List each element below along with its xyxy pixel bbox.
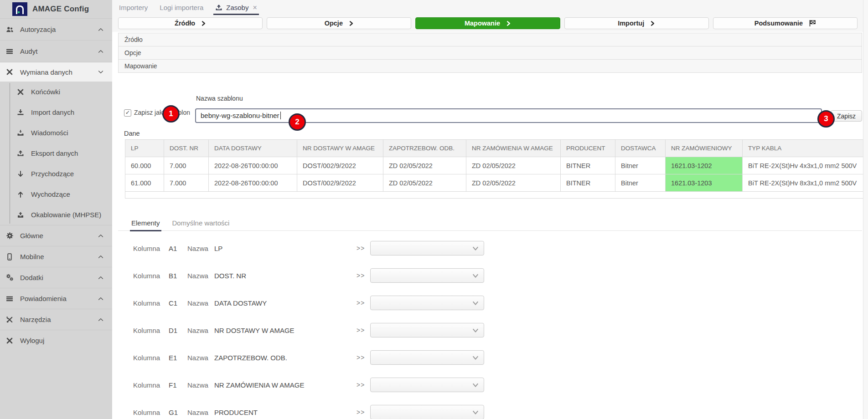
sidebar-submenu: Końcówki Import danych Wiadomości Ekspor…	[0, 82, 112, 225]
column-header: LP	[125, 140, 164, 157]
sidebar-item-label: Audyt	[20, 47, 37, 55]
mapping-tab-domyślne-wartości[interactable]: Domyślne wartości	[172, 219, 230, 231]
accordion-section-źródło[interactable]: Źródło	[118, 33, 862, 46]
sidebar: AMAGE Config Autoryzacja Audyt Wymiana d…	[0, 0, 112, 419]
wizard-step-opcje[interactable]: Opcje	[267, 17, 411, 29]
tab-importery[interactable]: Importery	[113, 0, 154, 15]
accordion-section-opcje[interactable]: Opcje	[118, 46, 862, 60]
sidebar-item-label: Przychodzące	[31, 170, 74, 178]
sidebar-item-przychodzące[interactable]: Przychodzące	[0, 164, 112, 184]
sidebar-item-label: Wymiana danych	[20, 68, 72, 76]
sidebar-item-okablowanie-mhpse[interactable]: Okablowanie (MHPSE)	[0, 204, 112, 225]
column-letter: E1	[169, 354, 187, 362]
annotation-badge-1: 1	[162, 105, 180, 123]
chevron-down-icon	[98, 69, 104, 75]
gears-icon	[6, 274, 16, 281]
column-mapping-list: Kolumna A1 Nazwa LP >> Kolumna B1 Nazwa …	[118, 240, 862, 419]
mapping-row-f1: Kolumna F1 Nazwa NR ZAMÓWIENIA W AMAGE >…	[118, 377, 862, 393]
tab-label: Zasoby	[226, 4, 248, 11]
sidebar-item-główne[interactable]: Główne	[0, 225, 112, 246]
name-label: Nazwa	[187, 245, 214, 252]
target-field-select[interactable]	[370, 323, 484, 337]
target-field-select[interactable]	[370, 241, 484, 255]
column-letter: F1	[169, 381, 187, 389]
chevron-up-icon	[98, 233, 104, 239]
table-cell: BITNER	[561, 157, 615, 174]
annotation-badge-2: 2	[289, 113, 306, 131]
template-name-label: Nazwa szablonu	[196, 95, 243, 102]
vertical-scrollbar[interactable]	[863, 0, 868, 419]
sidebar-item-wychodzące[interactable]: Wychodzące	[0, 184, 112, 204]
sidebar-item-wiadomości[interactable]: Wiadomości	[0, 123, 112, 143]
chevron-up-icon	[98, 275, 104, 281]
table-cell: BITNER	[561, 174, 615, 192]
column-letter: A1	[169, 245, 187, 252]
column-letter: C1	[169, 299, 187, 307]
sidebar-nav-top: Autoryzacja Audyt Wymiana danych	[0, 18, 112, 82]
arrow-up-icon	[17, 191, 27, 198]
tab-logi-importera[interactable]: Logi importera	[154, 0, 209, 15]
save-as-template-checkbox[interactable]: ✓	[124, 109, 131, 117]
wizard-step-źródło[interactable]: Źródło	[118, 17, 263, 29]
sidebar-item-mobilne[interactable]: Mobilne	[0, 246, 112, 267]
maps-to-arrow: >>	[356, 409, 370, 416]
accordion-section-mapowanie[interactable]: Mapowanie	[118, 59, 862, 73]
x-icon	[17, 88, 27, 96]
tab-label: Importery	[119, 4, 148, 11]
name-label: Nazwa	[187, 272, 214, 280]
x-icon	[6, 68, 16, 76]
upload-case-icon	[17, 211, 27, 219]
wizard-step-mapowanie[interactable]: Mapowanie	[415, 17, 560, 29]
wizard-step-label: Mapowanie	[465, 20, 500, 27]
target-field-select[interactable]	[370, 378, 484, 392]
chevron-right-icon	[201, 20, 206, 26]
sidebar-item-dodatki[interactable]: Dodatki	[0, 267, 112, 288]
wizard-step-podsumowanie[interactable]: Podsumowanie	[713, 17, 858, 29]
amage-logo-icon	[12, 2, 27, 16]
mapping-tabs: ElementyDomyślne wartości	[131, 219, 229, 231]
mapping-row-e1: Kolumna E1 Nazwa ZAPOTRZEBOW. ODB. >>	[118, 350, 862, 365]
table-empty-row	[125, 192, 864, 199]
mapping-row-g1: Kolumna G1 Nazwa PRODUCENT >>	[118, 404, 862, 419]
save-button[interactable]: Zapisz	[831, 110, 862, 122]
target-field-select[interactable]	[370, 405, 484, 419]
sidebar-item-narzędzia[interactable]: Narzędzia	[0, 309, 112, 330]
target-field-select[interactable]	[370, 296, 484, 310]
source-column-name: DATA DOSTAWY	[214, 299, 356, 307]
maps-to-arrow: >>	[356, 299, 370, 307]
column-header: TYP KABLA	[743, 140, 864, 157]
sidebar-item-audyt[interactable]: Audyt	[0, 40, 112, 62]
column-label: Kolumna	[133, 381, 169, 389]
table-cell: ZD 02/05/2022	[383, 174, 466, 192]
table-cell: 7.000	[164, 157, 209, 174]
table-header-row: LPDOST. NRDATA DOSTAWYNR DOSTAWY W AMAGE…	[125, 140, 864, 157]
text-cursor	[280, 112, 281, 119]
maps-to-arrow: >>	[356, 381, 370, 388]
sidebar-item-autoryzacja[interactable]: Autoryzacja	[0, 18, 112, 40]
sidebar-nav-bottom: Główne Mobilne Dodatki Powiadomienia Nar…	[0, 225, 112, 351]
data-preview-table-wrap: LPDOST. NRDATA DOSTAWYNR DOSTAWY W AMAGE…	[125, 139, 863, 199]
tools-icon	[6, 316, 16, 323]
tab-zasoby[interactable]: Zasoby ×	[209, 0, 263, 15]
column-label: Kolumna	[133, 409, 169, 416]
target-field-select[interactable]	[370, 350, 484, 365]
mapping-tab-elementy[interactable]: Elementy	[131, 219, 160, 231]
sidebar-item-label: Końcówki	[31, 88, 60, 96]
wizard-step-importuj[interactable]: Importuj	[564, 17, 709, 29]
sidebar-item-label: Okablowanie (MHPSE)	[31, 211, 101, 219]
source-column-name: ZAPOTRZEBOW. ODB.	[214, 354, 356, 362]
name-label: Nazwa	[187, 327, 214, 334]
arrow-down-icon	[17, 170, 27, 178]
column-header: NR DOSTAWY W AMAGE	[297, 140, 383, 157]
chevron-down-icon	[472, 409, 479, 416]
sidebar-item-eksport-danych[interactable]: Eksport danych	[0, 143, 112, 164]
sidebar-item-wyloguj[interactable]: Wyloguj	[0, 330, 112, 351]
sidebar-item-końcówki[interactable]: Końcówki	[0, 82, 112, 102]
column-label: Kolumna	[133, 327, 169, 334]
sidebar-item-wymiana-danych[interactable]: Wymiana danych	[0, 62, 112, 82]
target-field-select[interactable]	[370, 268, 484, 283]
sidebar-item-import-danych[interactable]: Import danych	[0, 102, 112, 123]
mapping-row-a1: Kolumna A1 Nazwa LP >>	[118, 240, 862, 256]
sidebar-item-powiadomienia[interactable]: Powiadomienia	[0, 288, 112, 309]
close-icon[interactable]: ×	[253, 4, 257, 12]
